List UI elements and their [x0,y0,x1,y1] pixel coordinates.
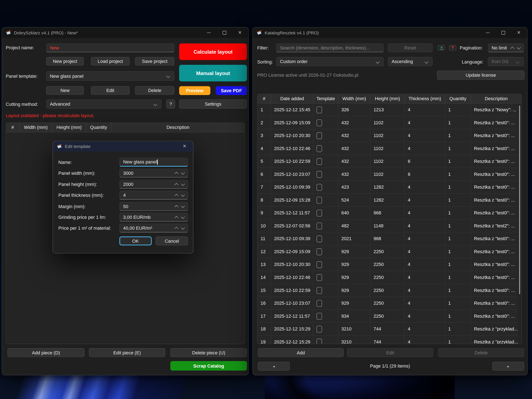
template-checkbox[interactable] [317,158,322,165]
project-name-label: Project name: [6,45,34,50]
export-button[interactable] [449,45,456,51]
template-checkbox[interactable] [317,235,322,242]
grinding-price-spinner[interactable]: 3,00 EUR/mb [120,213,188,222]
table-cell: 1102 [370,116,405,129]
table-cell: 4 [405,142,445,155]
panel-width-spinner[interactable]: 3000 [120,169,188,177]
template-checkbox[interactable] [317,171,322,177]
table-row[interactable]: 142025-12-10 22:46929225041Resztka z "te… [258,271,521,284]
template-checkbox[interactable] [317,300,322,307]
language-dropdown[interactable]: from DS [488,57,524,66]
table-row[interactable]: 22025-12-09 15:09432110241Resztka z "tes… [258,116,521,129]
table-row[interactable]: 182025-12-12 15:29321074441Resztka z "pr… [258,323,521,336]
cancel-button[interactable]: Cancel [156,237,188,245]
template-name-input[interactable]: New glass panel [120,158,188,167]
table-row[interactable]: 102025-12-07 02:56482114841Resztka z "te… [258,220,521,233]
search-input[interactable] [280,45,380,50]
table-row[interactable]: 152025-12-10 22:59929225041Resztka z "te… [258,284,521,297]
template-checkbox[interactable] [317,287,322,294]
panel-template-dropdown[interactable]: New glass panel [46,71,174,81]
edit-piece-button[interactable]: Edit piece (E) [89,348,165,357]
close-button[interactable]: × [232,27,248,38]
maximize-button[interactable] [216,27,232,38]
template-new-button[interactable]: New [46,86,84,95]
add-piece-button[interactable]: Add piece (D) [7,348,85,357]
save-project-button[interactable]: Save project [135,57,174,65]
manual-layout-button[interactable]: Manual layout [179,65,247,81]
load-project-button[interactable]: Load project [91,57,130,65]
material-price-spinner[interactable]: 40,00 EUR/m² [120,224,188,232]
template-checkbox[interactable] [317,261,322,268]
scrap-catalog-button[interactable]: Scrap Catalog [170,361,247,370]
calculate-layout-button[interactable]: Calculate layout [179,43,247,60]
table-row[interactable]: 192025-12-12 15:29321074441Resztka z "pr… [258,336,521,344]
template-delete-button[interactable]: Delete [135,86,174,95]
maximize-button[interactable] [495,27,511,38]
table-cell: 1102 [370,129,405,142]
margin-spinner[interactable]: 50 [120,202,188,211]
table-row[interactable]: 92025-12-12 11:5764096841Resztka z "test… [258,207,521,220]
table-cell: 4 [405,116,445,129]
sorting-dropdown[interactable]: Custom order [276,57,384,66]
table-row[interactable]: 52025-12-10 22:59432110261Resztka z "tes… [258,155,521,168]
close-button[interactable]: × [511,27,526,38]
template-checkbox[interactable] [317,248,322,255]
table-row[interactable]: 72025-12-10 09:39423128241Resztka z "tes… [258,181,521,194]
table-cell: 2025-12-10 22:46 [271,142,313,155]
reset-button[interactable]: Reset [388,43,433,52]
dialog-close-button[interactable]: × [177,141,192,152]
next-page-button[interactable]: ▸ [492,362,524,370]
table-row[interactable]: 42025-12-10 22:46432110241Resztka z "tes… [258,142,521,155]
panel-thickness-spinner[interactable]: 4 [120,191,188,200]
template-checkbox[interactable] [317,132,322,139]
delete-piece-button[interactable]: Delete piece (U) [170,348,247,357]
update-license-button[interactable]: Update license [437,71,525,80]
table-row[interactable]: 172025-12-12 11:57934225041Resztka z "te… [258,310,521,323]
right-titlebar[interactable]: KatalogResztek v4.1 (PRO) × [253,27,527,38]
catalog-scrollbar[interactable] [518,103,521,343]
template-checkbox[interactable] [317,107,322,113]
minimize-button[interactable] [480,27,495,38]
scrollbar-thumb[interactable] [519,106,520,294]
template-checkbox[interactable] [317,196,322,203]
table-row[interactable]: 12025-12-12 15:45326121341Resztka z "Now… [258,103,521,116]
template-checkbox[interactable] [317,145,322,152]
panel-height-spinner[interactable]: 2000 [120,180,188,189]
template-checkbox[interactable] [317,119,322,126]
pagination-spinner[interactable]: No limit [488,43,524,52]
table-cell: 4 [405,194,445,206]
save-pdf-button[interactable]: Save PDF [216,86,247,95]
table-row[interactable]: 32025-12-10 20:30432110241Resztka z "tes… [258,129,521,142]
table-row[interactable]: 122025-12-09 15:09929225041Resztka z "te… [258,245,521,258]
template-edit-button[interactable]: Edit [91,86,130,95]
template-checkbox[interactable] [317,338,322,344]
template-checkbox[interactable] [317,184,322,190]
minimize-button[interactable] [201,27,216,38]
catalog-edit-button[interactable]: Edit [347,348,433,357]
catalog-add-button[interactable]: Add [258,348,344,357]
cutting-help-button[interactable]: ? [166,99,175,108]
table-row[interactable]: 132025-12-10 20:30929225041Resztka z "te… [258,258,521,271]
cutting-method-dropdown[interactable]: Advanced [46,99,162,108]
sort-direction-dropdown[interactable]: Ascending [388,57,433,66]
table-row[interactable]: 162025-12-10 23:07929225041Resztka z "te… [258,297,521,310]
left-titlebar[interactable]: DobrySzklarz v4.1 (PRO) - New* × [2,27,248,38]
catalog-delete-button[interactable]: Delete [438,348,524,357]
ok-button[interactable]: OK [120,237,152,245]
import-button[interactable] [438,45,445,51]
export-icon [450,46,455,50]
table-row[interactable]: 62025-12-10 23:07432110261Resztka z "tes… [258,168,521,181]
template-checkbox[interactable] [317,313,322,319]
template-checkbox[interactable] [317,326,322,332]
project-name-input[interactable]: New [46,43,174,52]
table-cell: Resztka z "test0": ... [471,155,521,168]
preview-button[interactable]: Preview [179,86,210,95]
template-checkbox[interactable] [317,274,322,281]
dialog-titlebar[interactable]: Edit template × [53,141,193,152]
new-project-button[interactable]: New project [46,57,84,65]
table-row[interactable]: 82025-12-09 15:28524128241Resztka z "tes… [258,194,521,207]
settings-button[interactable]: Settings [179,99,247,108]
table-row[interactable]: 112025-12-10 09:39202196841Resztka z "te… [258,232,521,245]
template-checkbox[interactable] [317,209,322,216]
template-checkbox[interactable] [317,222,322,229]
